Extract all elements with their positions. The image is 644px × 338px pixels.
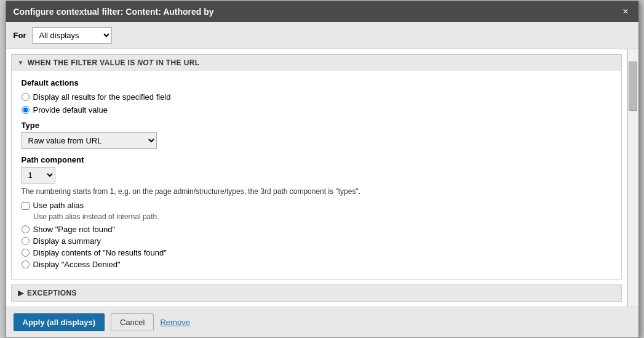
when-not-section-body: Default actions Display all results for … <box>12 71 621 279</box>
radio-no-results[interactable] <box>22 249 30 257</box>
radio-no-results-label[interactable]: Display contents of "No results found" <box>33 248 167 257</box>
radio-provide-default[interactable] <box>22 106 30 114</box>
radio-no-results-row: Display contents of "No results found" <box>22 248 611 257</box>
use-path-alias-sublabel: Use path alias instead of internal path. <box>34 212 611 221</box>
radio-display-all[interactable] <box>22 93 30 101</box>
path-component-label: Path component <box>22 155 611 164</box>
for-label: For <box>14 31 26 40</box>
apply-button[interactable]: Apply (all displays) <box>14 313 105 331</box>
modal-close-button[interactable]: × <box>620 6 630 17</box>
modal-body: ▼ WHEN THE FILTER VALUE IS NOT IN THE UR… <box>6 49 638 307</box>
cancel-button[interactable]: Cancel <box>111 313 154 331</box>
modal-footer: Apply (all displays) Cancel Remove <box>6 307 638 337</box>
use-path-alias-checkbox[interactable] <box>22 202 30 210</box>
modal-content-scroll: ▼ WHEN THE FILTER VALUE IS NOT IN THE UR… <box>6 49 627 307</box>
modal-overlay: Configure contextual filter: Content: Au… <box>0 0 644 338</box>
radio-page-not-found[interactable] <box>22 225 30 233</box>
path-component-select[interactable]: 1 2 3 4 5 <box>22 167 55 183</box>
use-path-alias-label[interactable]: Use path alias <box>33 201 84 210</box>
section-collapse-triangle[interactable]: ▼ <box>18 59 24 66</box>
for-select[interactable]: All displays Page Block <box>32 27 112 44</box>
when-not-section-header: ▼ WHEN THE FILTER VALUE IS NOT IN THE UR… <box>12 55 621 71</box>
for-row: For All displays Page Block <box>6 22 638 49</box>
radio-access-denied-label[interactable]: Display "Access Denied" <box>33 260 121 269</box>
modal-title: Configure contextual filter: Content: Au… <box>14 7 214 17</box>
type-select-wrap: Raw value from URL Fixed value PHP Code … <box>22 132 611 149</box>
radio-display-summary-label[interactable]: Display a summary <box>33 236 101 246</box>
radio-provide-default-row: Provide default value <box>22 105 611 115</box>
radio-display-summary-row: Display a summary <box>22 236 611 246</box>
radio-display-all-label[interactable]: Display all results for the specified fi… <box>33 92 171 102</box>
path-note: The numbering starts from 1, e.g. on the… <box>22 187 611 196</box>
exceptions-label: EXCEPTIONS <box>27 289 77 297</box>
modal-header: Configure contextual filter: Content: Au… <box>6 1 638 22</box>
scrollbar-thumb[interactable] <box>629 62 637 111</box>
radio-provide-default-label[interactable]: Provide default value <box>33 105 108 115</box>
scrollbar[interactable] <box>627 49 638 307</box>
radio-page-not-found-row: Show "Page not found" <box>22 225 611 234</box>
type-label: Type <box>22 121 611 130</box>
default-actions-label: Default actions <box>22 78 611 87</box>
exceptions-section: ▶ EXCEPTIONS <box>11 284 622 302</box>
type-select[interactable]: Raw value from URL Fixed value PHP Code … <box>22 132 157 149</box>
radio-access-denied[interactable] <box>22 260 30 268</box>
radio-page-not-found-label[interactable]: Show "Page not found" <box>33 225 116 234</box>
remove-button[interactable]: Remove <box>160 318 189 327</box>
exceptions-triangle[interactable]: ▶ <box>18 289 23 297</box>
configure-filter-modal: Configure contextual filter: Content: Au… <box>6 1 639 338</box>
radio-display-summary[interactable] <box>22 237 30 245</box>
radio-access-denied-row: Display "Access Denied" <box>22 260 611 269</box>
use-path-alias-row: Use path alias <box>22 201 611 210</box>
radio-display-all-row: Display all results for the specified fi… <box>22 92 611 102</box>
exceptions-section-header[interactable]: ▶ EXCEPTIONS <box>12 285 621 301</box>
when-not-label: WHEN THE FILTER VALUE IS NOT IN THE URL <box>28 58 200 67</box>
when-not-section: ▼ WHEN THE FILTER VALUE IS NOT IN THE UR… <box>11 54 622 280</box>
